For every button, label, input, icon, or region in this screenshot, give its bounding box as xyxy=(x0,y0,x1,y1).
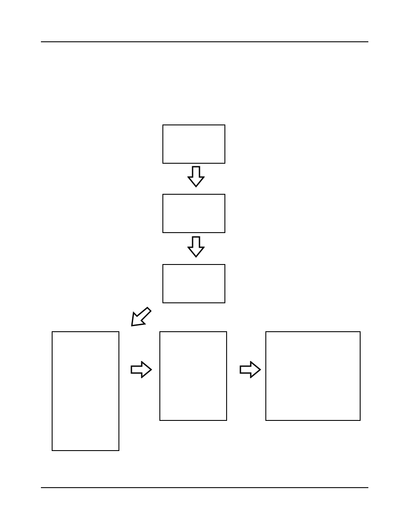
arrow-down-icon xyxy=(187,236,205,258)
hr-bottom xyxy=(41,487,368,488)
flow-box-1 xyxy=(162,124,225,164)
arrow-down-left-icon xyxy=(130,306,152,327)
arrow-right-icon xyxy=(131,361,152,378)
flow-box-2 xyxy=(162,194,225,233)
flow-box-4 xyxy=(52,331,119,451)
arrow-right-icon xyxy=(240,361,261,378)
arrow-down-icon xyxy=(187,166,205,187)
hr-top xyxy=(41,41,368,42)
flow-box-6 xyxy=(265,331,361,421)
flow-box-5 xyxy=(159,331,227,421)
flow-box-3 xyxy=(162,264,225,303)
